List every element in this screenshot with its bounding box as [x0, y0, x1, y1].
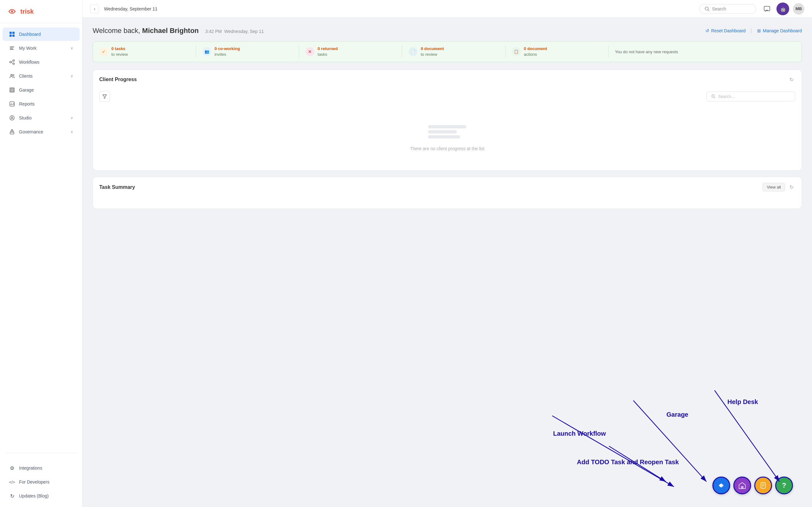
- stats-bar: ✓ 0 tasksto review 👥 0 co-workinginvites…: [93, 41, 802, 62]
- svg-rect-20: [12, 90, 14, 92]
- trisk-logo-icon: [6, 6, 18, 17]
- filter-button[interactable]: [99, 91, 110, 102]
- sidebar-item-dashboard[interactable]: Dashboard: [3, 27, 80, 41]
- svg-rect-8: [10, 49, 14, 50]
- chat-icon: [763, 5, 770, 12]
- garage-fab-icon: [739, 482, 746, 489]
- sidebar-item-label-garage: Garage: [19, 88, 34, 93]
- client-progress-empty: There are no client progress at the list: [93, 106, 802, 170]
- sidebar-item-my-work[interactable]: My Work ∨: [3, 42, 80, 55]
- svg-rect-19: [10, 90, 12, 92]
- sidebar-item-clients[interactable]: Clients ∨: [3, 69, 80, 83]
- sidebar-item-workflows[interactable]: Workflows: [3, 55, 80, 69]
- svg-point-26: [10, 116, 14, 120]
- user-initials-badge[interactable]: MB: [793, 3, 804, 14]
- svg-point-31: [705, 7, 708, 10]
- chevron-down-icon: ∨: [70, 74, 73, 78]
- reports-icon: [9, 101, 15, 107]
- reset-icon: ↺: [705, 28, 709, 33]
- svg-rect-38: [741, 486, 744, 489]
- welcome-time: 3:42 PM Wednesday, Sep 11: [205, 29, 264, 34]
- svg-rect-18: [12, 89, 14, 90]
- empty-lines: [428, 125, 466, 138]
- co-working-icon: 👥: [202, 47, 211, 56]
- svg-rect-30: [11, 130, 13, 131]
- sidebar-item-updates-blog[interactable]: ↻ Updates (Blog): [3, 489, 80, 503]
- reset-label: Reset Dashboard: [711, 28, 746, 33]
- svg-line-32: [708, 10, 709, 11]
- manage-dashboard-button[interactable]: ⊞ Manage Dashboard: [757, 28, 802, 33]
- document-actions-icon: 📋: [512, 47, 521, 56]
- help-desk-fab[interactable]: ?: [775, 476, 793, 494]
- task-summary-actions: View all ↻: [763, 183, 795, 191]
- launch-workflow-fab[interactable]: [712, 476, 730, 494]
- sidebar-divider: [5, 453, 77, 453]
- reset-dashboard-button[interactable]: ↺ Reset Dashboard: [705, 28, 746, 33]
- manage-label: Manage Dashboard: [763, 28, 802, 33]
- svg-rect-4: [9, 35, 12, 37]
- topbar: ‹ Wednesday, September 11 Search 🤖 MB: [83, 0, 812, 18]
- chevron-left-icon: ‹: [94, 6, 96, 11]
- help-desk-icon: ?: [782, 481, 786, 490]
- stat-tasks-to-review[interactable]: ✓ 0 tasksto review: [99, 46, 196, 57]
- returned-tasks-icon: ✕: [305, 47, 314, 56]
- view-all-button[interactable]: View all: [763, 183, 785, 191]
- empty-line-3: [428, 135, 460, 138]
- user-avatar-purple[interactable]: 🤖: [776, 3, 789, 15]
- welcome-name: Michael Brighton: [142, 26, 199, 35]
- sidebar-item-for-developers[interactable]: </> For Developers: [3, 475, 80, 489]
- logo-text: trisk: [20, 8, 34, 15]
- stat-document-review[interactable]: 📄 0 documentto review: [402, 46, 505, 57]
- sidebar-item-label-clients: Clients: [19, 73, 33, 78]
- document-review-icon: 📄: [409, 47, 417, 56]
- manage-icon: ⊞: [757, 28, 761, 33]
- search-button[interactable]: Search: [699, 4, 756, 14]
- sidebar-item-integrations[interactable]: ⚙ Integrations: [3, 461, 80, 475]
- empty-line-2: [428, 130, 457, 133]
- client-progress-refresh[interactable]: ↻: [788, 76, 795, 83]
- svg-text:🤖: 🤖: [780, 7, 786, 12]
- task-summary-card: Task Summary View all ↻: [93, 177, 802, 209]
- client-progress-toolbar: Search...: [93, 88, 802, 106]
- task-summary-body: [93, 196, 802, 209]
- todo-fab[interactable]: [754, 476, 772, 494]
- returned-tasks-text: 0 returnedtasks: [317, 46, 338, 57]
- chat-button[interactable]: [761, 3, 773, 14]
- welcome-actions: ↺ Reset Dashboard | ⊞ Manage Dashboard: [705, 28, 802, 34]
- client-search-box[interactable]: Search...: [706, 92, 795, 101]
- svg-point-15: [13, 74, 14, 76]
- sidebar-item-label-reports: Reports: [19, 101, 35, 107]
- svg-rect-3: [12, 32, 14, 34]
- sidebar-item-reports[interactable]: Reports: [3, 97, 80, 111]
- sidebar-item-garage[interactable]: Garage: [3, 83, 80, 97]
- client-progress-empty-text: There are no client progress at the list: [410, 146, 484, 151]
- back-button[interactable]: ‹: [90, 4, 99, 13]
- stat-returned-tasks[interactable]: ✕ 0 returnedtasks: [299, 46, 402, 57]
- sidebar-item-studio[interactable]: Studio ∨: [3, 111, 80, 124]
- garage-icon: [9, 87, 15, 93]
- clients-icon: [9, 73, 15, 79]
- logo-area: trisk: [0, 0, 82, 23]
- garage-fab[interactable]: [733, 476, 751, 494]
- client-search-icon: [711, 94, 716, 99]
- stats-message: You do not have any new requests: [609, 49, 795, 54]
- sidebar-item-label-for-developers: For Developers: [19, 480, 49, 485]
- svg-rect-7: [10, 48, 13, 49]
- action-divider: |: [751, 28, 752, 34]
- stat-document-actions[interactable]: 📋 0 documentactions: [506, 46, 609, 57]
- fab-row: ?: [712, 476, 793, 494]
- sidebar-item-governance[interactable]: Governance ∨: [3, 125, 80, 138]
- user-initials-text: MB: [796, 6, 802, 11]
- welcome-text: Welcome back, Michael Brighton 3:42 PM W…: [93, 26, 264, 35]
- search-placeholder: Search: [712, 6, 726, 11]
- client-progress-title: Client Progress: [99, 77, 137, 82]
- client-progress-header: Client Progress ↻: [93, 70, 802, 88]
- integrations-icon: ⚙: [9, 465, 15, 471]
- stat-co-working-invites[interactable]: 👥 0 co-workinginvites: [196, 46, 299, 57]
- dashboard-content: Welcome back, Michael Brighton 3:42 PM W…: [83, 18, 812, 507]
- svg-line-13: [11, 62, 13, 63]
- chevron-down-icon: ∨: [70, 116, 73, 120]
- task-summary-refresh[interactable]: ↻: [788, 183, 795, 191]
- topbar-actions: 🤖 MB: [761, 3, 804, 15]
- todo-icon: [759, 482, 767, 489]
